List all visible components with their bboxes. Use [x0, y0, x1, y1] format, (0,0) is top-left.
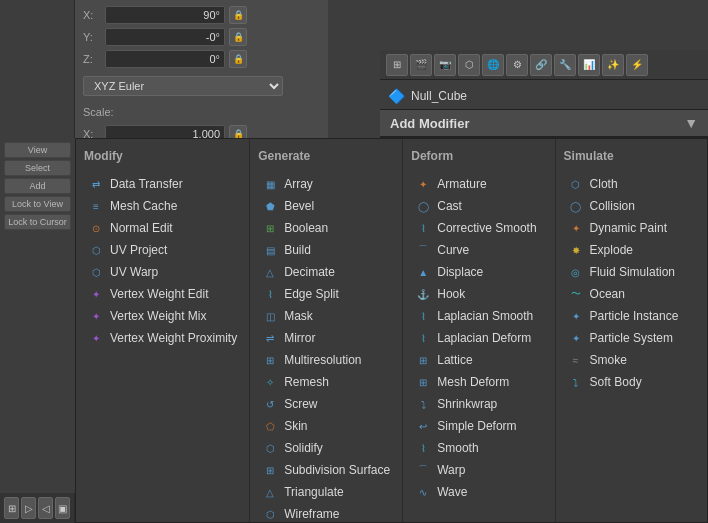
subdivision-surface-item[interactable]: ⊞ Subdivision Surface: [258, 459, 394, 481]
solidify-item[interactable]: ⬡ Solidify: [258, 437, 394, 459]
bevel-item[interactable]: ⬟ Bevel: [258, 195, 394, 217]
collision-label: Collision: [590, 199, 635, 213]
curve-item[interactable]: ⌒ Curve: [411, 239, 546, 261]
lock-view-btn[interactable]: Lock to View: [4, 196, 71, 212]
fluid-simulation-icon: ◎: [568, 264, 584, 280]
data-icon[interactable]: 📊: [578, 54, 600, 76]
particle-instance-item[interactable]: ✦ Particle Instance: [564, 305, 699, 327]
y-input[interactable]: -0°: [105, 28, 225, 46]
soft-body-item[interactable]: ⤵ Soft Body: [564, 371, 699, 393]
particles-icon[interactable]: ✨: [602, 54, 624, 76]
screw-icon: ↺: [262, 396, 278, 412]
back-icon[interactable]: ◁: [38, 497, 53, 519]
ocean-item[interactable]: 〜 Ocean: [564, 283, 699, 305]
armature-item[interactable]: ✦ Armature: [411, 173, 546, 195]
smoke-icon: ≈: [568, 352, 584, 368]
z-input[interactable]: 0°: [105, 50, 225, 68]
wave-item[interactable]: ∿ Wave: [411, 481, 546, 503]
build-label: Build: [284, 243, 311, 257]
corrective-smooth-item[interactable]: ⌇ Corrective Smooth: [411, 217, 546, 239]
vertex-weight-edit-item[interactable]: ✦ Vertex Weight Edit: [84, 283, 241, 305]
triangulate-item[interactable]: △ Triangulate: [258, 481, 394, 503]
deform-column: Deform ✦ Armature ◯ Cast ⌇ Corrective Sm…: [403, 139, 555, 522]
vertex-weight-edit-icon: ✦: [88, 286, 104, 302]
multiresolution-item[interactable]: ⊞ Multiresolution: [258, 349, 394, 371]
render-icon[interactable]: 📷: [434, 54, 456, 76]
laplacian-smooth-item[interactable]: ⌇ Laplacian Smooth: [411, 305, 546, 327]
shrinkwrap-item[interactable]: ⤵ Shrinkwrap: [411, 393, 546, 415]
scene-icon[interactable]: 🎬: [410, 54, 432, 76]
collision-item[interactable]: ◯ Collision: [564, 195, 699, 217]
particle-system-item[interactable]: ✦ Particle System: [564, 327, 699, 349]
mesh-cache-item[interactable]: ≡ Mesh Cache: [84, 195, 241, 217]
uv-warp-item[interactable]: ⬡ UV Warp: [84, 261, 241, 283]
mesh-deform-item[interactable]: ⊞ Mesh Deform: [411, 371, 546, 393]
simple-deform-item[interactable]: ↩ Simple Deform: [411, 415, 546, 437]
vertex-weight-proximity-item[interactable]: ✦ Vertex Weight Proximity: [84, 327, 241, 349]
mask-item[interactable]: ◫ Mask: [258, 305, 394, 327]
smoke-item[interactable]: ≈ Smoke: [564, 349, 699, 371]
warp-item[interactable]: ⌒ Warp: [411, 459, 546, 481]
edge-split-item[interactable]: ⌇ Edge Split: [258, 283, 394, 305]
dynamic-paint-item[interactable]: ✦ Dynamic Paint: [564, 217, 699, 239]
x-input[interactable]: 90°: [105, 6, 225, 24]
y-label: Y:: [83, 31, 105, 43]
grid-icon[interactable]: ⊞: [4, 497, 19, 519]
laplacian-deform-item[interactable]: ⌇ Laplacian Deform: [411, 327, 546, 349]
particle-instance-icon: ✦: [568, 308, 584, 324]
modifier-icon[interactable]: 🔧: [554, 54, 576, 76]
skin-item[interactable]: ⬠ Skin: [258, 415, 394, 437]
grid-view-icon[interactable]: ⊞: [386, 54, 408, 76]
displace-item[interactable]: ▲ Displace: [411, 261, 546, 283]
bevel-icon: ⬟: [262, 198, 278, 214]
hook-icon: ⚓: [415, 286, 431, 302]
explode-label: Explode: [590, 243, 633, 257]
constraint-icon[interactable]: 🔗: [530, 54, 552, 76]
vertex-weight-mix-item[interactable]: ✦ Vertex Weight Mix: [84, 305, 241, 327]
play-icon[interactable]: ▷: [21, 497, 36, 519]
physics-icon[interactable]: ⚡: [626, 54, 648, 76]
boolean-item[interactable]: ⊞ Boolean: [258, 217, 394, 239]
decimate-item[interactable]: △ Decimate: [258, 261, 394, 283]
uv-project-item[interactable]: ⬡ UV Project: [84, 239, 241, 261]
mirror-item[interactable]: ⇌ Mirror: [258, 327, 394, 349]
smooth-item[interactable]: ⌇ Smooth: [411, 437, 546, 459]
generate-column: Generate ▦ Array ⬟ Bevel ⊞ Boolean ▤ Bui…: [250, 139, 403, 522]
smoke-label: Smoke: [590, 353, 627, 367]
scroll-down-icon[interactable]: ▼: [684, 115, 698, 131]
add-btn[interactable]: Add: [4, 178, 71, 194]
array-item[interactable]: ▦ Array: [258, 173, 394, 195]
lattice-icon: ⊞: [415, 352, 431, 368]
normal-edit-item[interactable]: ⊙ Normal Edit: [84, 217, 241, 239]
object-icon-btn[interactable]: ⚙: [506, 54, 528, 76]
modifier-header-title: Add Modifier: [390, 116, 469, 131]
y-lock-icon[interactable]: 🔒: [229, 28, 247, 46]
screw-item[interactable]: ↺ Screw: [258, 393, 394, 415]
build-item[interactable]: ▤ Build: [258, 239, 394, 261]
view-btn[interactable]: View: [4, 142, 71, 158]
fluid-simulation-item[interactable]: ◎ Fluid Simulation: [564, 261, 699, 283]
lattice-item[interactable]: ⊞ Lattice: [411, 349, 546, 371]
wave-icon: ∿: [415, 484, 431, 500]
explode-item[interactable]: ✸ Explode: [564, 239, 699, 261]
cloth-item[interactable]: ⬡ Cloth: [564, 173, 699, 195]
material-icon[interactable]: ⬡: [458, 54, 480, 76]
lock-cursor-btn[interactable]: Lock to Cursor: [4, 214, 71, 230]
mask-label: Mask: [284, 309, 313, 323]
z-lock-icon[interactable]: 🔒: [229, 50, 247, 68]
hook-item[interactable]: ⚓ Hook: [411, 283, 546, 305]
select-icon[interactable]: ▣: [55, 497, 70, 519]
data-transfer-item[interactable]: ⇄ Data Transfer: [84, 173, 241, 195]
vertex-weight-proximity-icon: ✦: [88, 330, 104, 346]
soft-body-icon: ⤵: [568, 374, 584, 390]
euler-select[interactable]: XYZ Euler: [83, 76, 283, 96]
cast-item[interactable]: ◯ Cast: [411, 195, 546, 217]
x-lock-icon[interactable]: 🔒: [229, 6, 247, 24]
warp-label: Warp: [437, 463, 465, 477]
warp-icon: ⌒: [415, 462, 431, 478]
world-icon[interactable]: 🌐: [482, 54, 504, 76]
select-btn[interactable]: Select: [4, 160, 71, 176]
wireframe-item[interactable]: ⬡ Wireframe: [258, 503, 394, 523]
vertex-weight-mix-label: Vertex Weight Mix: [110, 309, 206, 323]
remesh-item[interactable]: ✧ Remesh: [258, 371, 394, 393]
